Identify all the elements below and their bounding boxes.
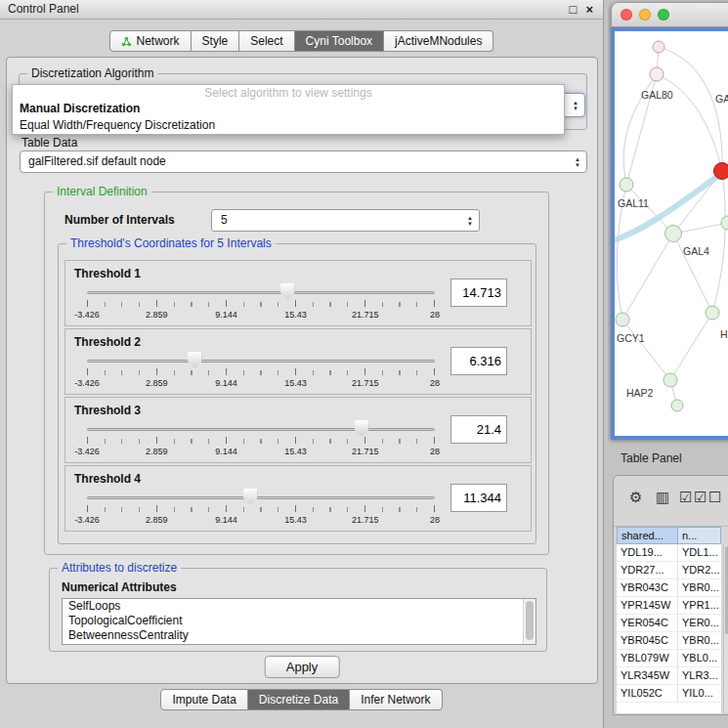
scale-label: -3.426 (74, 515, 100, 525)
dropdown-option-equal-width[interactable]: Equal Width/Frequency Discretization (13, 117, 564, 134)
network-node[interactable] (706, 306, 719, 320)
cell[interactable]: YBR043C (617, 579, 678, 596)
table-row[interactable]: YDL19...YDL1... (617, 544, 721, 562)
threshold-1-value[interactable] (450, 278, 507, 307)
network-window-titlebar[interactable] (611, 2, 728, 27)
table-row[interactable]: YIL052CYIL0... (617, 685, 721, 703)
gear-icon[interactable]: ⚙ (629, 489, 642, 506)
columns-icon[interactable]: ▥ (656, 489, 669, 506)
close-traffic-button[interactable] (621, 9, 632, 21)
list-item[interactable]: BetweennessCentrality (63, 628, 535, 643)
algorithm-dropdown-popup: Select algorithm to view settings Manual… (12, 84, 565, 135)
network-node-selected-red[interactable] (714, 163, 728, 180)
checkbox-icon[interactable]: ☐ (708, 489, 721, 506)
cell[interactable]: YBL0... (678, 650, 721, 666)
network-node[interactable] (650, 67, 664, 81)
combo-arrows-icon: ▲▼ (575, 156, 580, 168)
tab-select[interactable]: Select (239, 30, 294, 52)
tab-infer-network[interactable]: Infer Network (350, 689, 442, 710)
minimize-traffic-button[interactable] (639, 9, 651, 21)
scrollbar-thumb[interactable] (526, 601, 534, 640)
slider-thumb[interactable] (243, 489, 258, 505)
float-window-icon[interactable]: □ (570, 0, 578, 19)
threshold-2-value[interactable] (450, 347, 507, 375)
threshold-2-slider[interactable]: -3.426 2.859 9.144 15.43 21.715 28 (87, 351, 435, 394)
threshold-4-value[interactable] (450, 484, 507, 512)
cell[interactable]: YLR345W (617, 667, 678, 684)
tab-network[interactable]: Network (109, 30, 192, 52)
tab-discretize-data[interactable]: Discretize Data (248, 689, 350, 710)
tab-label: Network (137, 34, 180, 48)
number-of-intervals-spinner[interactable]: 5 ▲▼ (211, 209, 480, 232)
threshold-3-value[interactable] (450, 415, 507, 444)
slider-track[interactable] (87, 428, 435, 431)
close-icon[interactable]: × (585, 0, 593, 19)
control-panel-titlebar[interactable]: Control Panel □ × (0, 0, 603, 20)
checkbox-icon[interactable]: ☑ (679, 489, 692, 506)
slider-track[interactable] (87, 496, 435, 499)
network-node[interactable] (671, 400, 683, 411)
cell[interactable]: YPR1... (678, 597, 721, 614)
table-row[interactable]: YLR345WYLR3... (617, 667, 721, 685)
threshold-1-slider[interactable]: -3.426 2.859 9.144 15.43 21.715 28 (87, 282, 435, 325)
slider-scale: -3.426 2.859 9.144 15.43 21.715 28 (87, 515, 435, 527)
zoom-traffic-button[interactable] (658, 9, 669, 21)
list-scrollbar[interactable] (523, 599, 535, 644)
apply-button[interactable]: Apply (265, 656, 340, 678)
tab-jactivemnodules[interactable]: jActiveMNodules (384, 30, 493, 52)
tab-style[interactable]: Style (192, 30, 240, 52)
cell[interactable]: YBL079W (617, 650, 678, 666)
network-node[interactable] (616, 313, 629, 326)
cell[interactable]: YBR0... (678, 579, 721, 596)
table-data-combobox[interactable]: galFiltered.sif default node ▲▼ (20, 150, 587, 173)
table-row[interactable]: YER054CYER0... (617, 615, 721, 632)
network-node[interactable] (721, 216, 728, 230)
cell[interactable]: YBR0... (678, 632, 721, 649)
list-item[interactable]: TopologicalCoefficient (63, 614, 535, 628)
column-header-shared-name[interactable]: shared... (617, 527, 678, 544)
group-title: Threshold's Coordinates for 5 Intervals (66, 236, 276, 250)
cell[interactable]: YLR3... (678, 667, 721, 684)
table-row[interactable]: YBL079WYBL0... (617, 650, 721, 667)
network-node[interactable] (665, 226, 682, 242)
slider-thumb[interactable] (280, 283, 295, 300)
tab-impute-data[interactable]: Impute Data (160, 689, 247, 710)
table-row[interactable]: YBR045CYBR0... (617, 632, 721, 650)
network-canvas[interactable]: GAL80 GA GAL11 GAL4 GCY1 H HAP2 (615, 31, 728, 436)
scale-label: 28 (430, 310, 440, 320)
cell[interactable]: YER0... (678, 615, 721, 631)
threshold-4-slider[interactable]: -3.426 2.859 9.144 15.43 21.715 28 (87, 488, 435, 531)
cell[interactable]: YDR2... (678, 562, 721, 578)
scale-label: 15.43 (284, 447, 307, 456)
slider-track[interactable] (87, 360, 435, 363)
cell[interactable]: YDR27... (617, 562, 678, 578)
cell[interactable]: YDL19... (617, 544, 678, 561)
checkbox-icon[interactable]: ☑ (694, 489, 707, 506)
cell[interactable]: YPR145W (617, 597, 678, 614)
cell[interactable]: YDL1... (678, 544, 721, 561)
cell[interactable]: YER054C (617, 615, 678, 631)
spinner-arrows-icon[interactable]: ▲▼ (467, 215, 473, 227)
network-node[interactable] (620, 178, 633, 192)
scale-label: -3.426 (74, 378, 100, 388)
slider-thumb[interactable] (188, 352, 202, 368)
scale-label: 21.715 (352, 310, 379, 320)
dropdown-option-manual-discretization[interactable]: Manual Discretization (13, 101, 564, 117)
table-scrollbar[interactable] (723, 544, 728, 712)
table-row[interactable]: YBR043CYBR0... (617, 579, 721, 597)
threshold-3-slider[interactable]: -3.426 2.859 9.144 15.43 21.715 28 (87, 419, 435, 462)
cell[interactable]: YBR045C (617, 632, 678, 649)
column-header-name[interactable]: n... (678, 527, 721, 544)
tab-cyni-toolbox[interactable]: Cyni Toolbox (295, 30, 384, 52)
numerical-attributes-list[interactable]: SelfLoops TopologicalCoefficient Between… (62, 598, 536, 645)
cell[interactable]: YIL0... (678, 685, 721, 702)
table-row[interactable]: YPR145WYPR1... (617, 597, 721, 615)
network-node[interactable] (664, 373, 677, 387)
slider-track[interactable] (87, 291, 435, 294)
list-item[interactable]: SelfLoops (63, 599, 535, 614)
network-node[interactable] (653, 41, 664, 53)
tab-label: Discretize Data (259, 693, 338, 707)
slider-thumb[interactable] (355, 420, 369, 437)
table-row[interactable]: YDR27...YDR2... (617, 562, 721, 579)
cell[interactable]: YIL052C (617, 685, 678, 702)
